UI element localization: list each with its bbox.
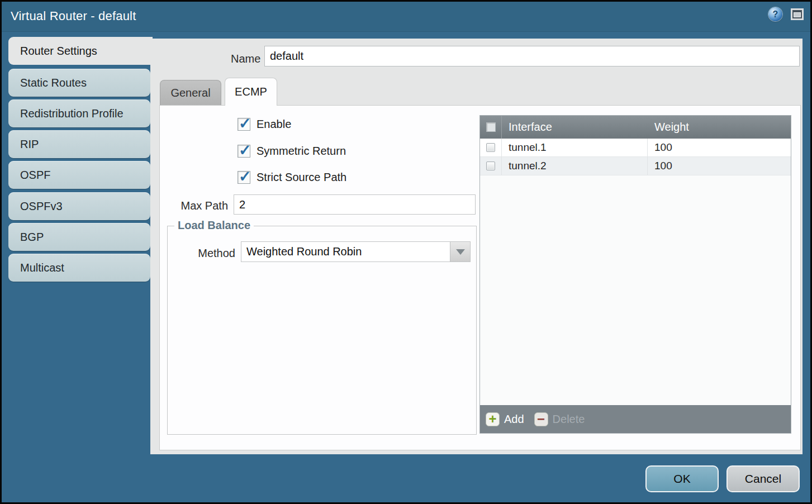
sidebar-item-ospf[interactable]: OSPF	[8, 161, 150, 189]
method-dropdown[interactable]: Weighted Round Robin	[241, 241, 471, 262]
tab-ecmp[interactable]: ECMP	[225, 78, 277, 106]
row-checkbox[interactable]	[486, 143, 495, 152]
symmetric-return-checkbox[interactable]	[238, 145, 250, 158]
header-check-cell	[480, 116, 502, 139]
column-header-interface[interactable]: Interface	[502, 121, 648, 134]
load-balance-legend: Load Balance	[174, 219, 254, 232]
sidebar-item-label: Router Settings	[20, 45, 97, 58]
sidebar-item-label: OSPF	[20, 169, 50, 182]
enable-label: Enable	[257, 118, 291, 131]
sidebar-item-label: Multicast	[20, 261, 64, 274]
help-icon[interactable]: ?	[768, 7, 782, 21]
delete-button[interactable]: − Delete	[534, 412, 585, 426]
row-check-cell	[480, 157, 502, 175]
strict-source-path-checkbox[interactable]	[238, 171, 250, 184]
cell-weight: 100	[648, 141, 791, 154]
ok-button-label: OK	[673, 472, 690, 486]
sidebar-item-redistribution-profile[interactable]: Redistribution Profile	[8, 99, 150, 127]
delete-button-label: Delete	[553, 413, 585, 426]
column-header-weight[interactable]: Weight	[648, 121, 791, 134]
cell-interface: tunnel.1	[502, 139, 648, 156]
cell-weight: 100	[648, 160, 791, 172]
sidebar-item-ospfv3[interactable]: OSPFv3	[8, 192, 150, 220]
name-label: Name	[231, 53, 260, 65]
sidebar-item-bgp[interactable]: BGP	[8, 223, 150, 251]
load-balance-fieldset: Load Balance Method Weighted Round Robin	[167, 226, 477, 435]
sidebar-item-static-routes[interactable]: Static Routes	[8, 69, 150, 97]
tab-general[interactable]: General	[160, 80, 221, 106]
cancel-button[interactable]: Cancel	[726, 465, 800, 492]
table-header: Interface Weight	[480, 116, 791, 139]
sidebar-item-router-settings[interactable]: Router Settings	[8, 37, 153, 65]
add-button[interactable]: + Add	[486, 412, 524, 426]
symmetric-return-label: Symmetric Return	[257, 145, 346, 158]
chevron-down-icon[interactable]	[450, 242, 470, 261]
row-checkbox[interactable]	[486, 161, 495, 170]
table-row[interactable]: tunnel.1 100	[480, 139, 791, 157]
select-all-checkbox[interactable]	[486, 122, 496, 132]
interface-table: Interface Weight tunnel.1 100 tunnel.2 1…	[479, 115, 791, 434]
minus-icon: −	[534, 412, 548, 426]
method-label: Method	[168, 247, 235, 260]
strict-source-path-row: Strict Source Path	[238, 171, 346, 184]
tab-label: ECMP	[235, 85, 267, 98]
ok-button[interactable]: OK	[645, 465, 719, 492]
sidebar-item-label: RIP	[20, 138, 39, 151]
enable-checkbox[interactable]	[238, 118, 250, 131]
title-bar: Virtual Router - default ?	[2, 2, 810, 32]
name-input[interactable]	[264, 46, 800, 66]
content-panel: Name General ECMP Enable Symmetric Retur…	[150, 39, 802, 454]
sidebar-item-label: Static Routes	[20, 77, 87, 89]
window-restore-icon[interactable]	[791, 8, 804, 20]
row-check-cell	[480, 139, 502, 156]
cell-interface: tunnel.2	[502, 157, 648, 175]
titlebar-icons: ?	[768, 7, 804, 21]
symmetric-return-row: Symmetric Return	[238, 145, 346, 158]
sidebar-item-label: BGP	[20, 231, 44, 244]
ecmp-tab-panel: Enable Symmetric Return Strict Source Pa…	[159, 105, 801, 450]
sidebar-item-label: OSPFv3	[20, 200, 63, 213]
virtual-router-dialog: Virtual Router - default ? Router Settin…	[0, 0, 812, 504]
plus-icon: +	[486, 412, 500, 426]
sidebar-item-multicast[interactable]: Multicast	[8, 254, 150, 282]
tab-label: General	[170, 87, 210, 99]
sidebar-item-rip[interactable]: RIP	[8, 130, 150, 158]
table-row[interactable]: tunnel.2 100	[480, 157, 791, 175]
enable-row: Enable	[238, 118, 291, 131]
max-path-label: Max Path	[160, 199, 228, 212]
dialog-title: Virtual Router - default	[11, 9, 136, 23]
cancel-button-label: Cancel	[745, 472, 781, 486]
sidebar-item-label: Redistribution Profile	[20, 107, 124, 120]
strict-source-path-label: Strict Source Path	[257, 171, 346, 184]
add-button-label: Add	[504, 413, 524, 426]
method-selected-value: Weighted Round Robin	[241, 245, 450, 258]
max-path-input[interactable]	[234, 194, 476, 215]
table-footer: + Add − Delete	[480, 405, 791, 433]
